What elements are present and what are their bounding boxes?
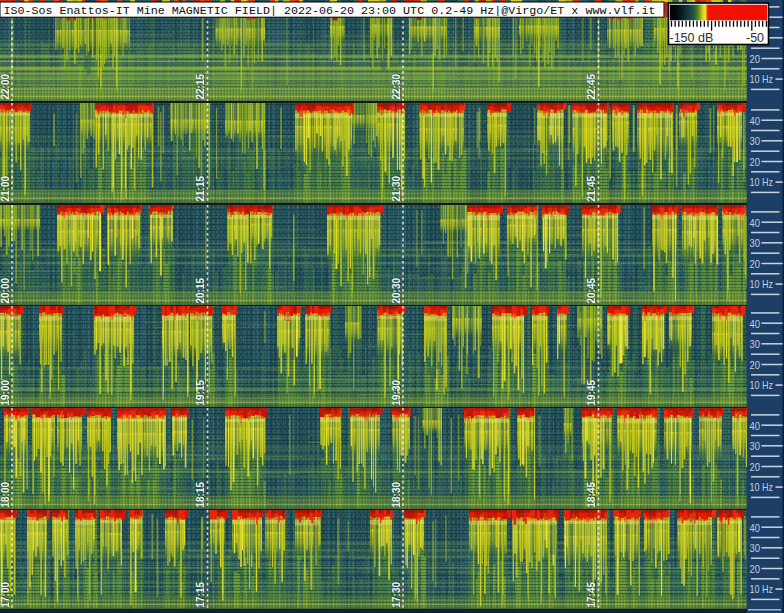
svg-text:10 Hz: 10 Hz: [750, 480, 774, 494]
svg-text:40: 40: [750, 317, 761, 331]
svg-text:10 Hz: 10 Hz: [750, 72, 774, 86]
svg-text:-150 dB: -150 dB: [670, 31, 714, 45]
svg-text:20:45: 20:45: [586, 277, 597, 303]
svg-text:20:00: 20:00: [0, 277, 11, 303]
svg-text:10 Hz: 10 Hz: [750, 277, 774, 291]
svg-text:21:30: 21:30: [391, 175, 402, 201]
svg-text:22:00: 22:00: [0, 73, 11, 99]
svg-text:30: 30: [750, 337, 761, 351]
svg-text:30: 30: [750, 439, 761, 453]
svg-text:21:45: 21:45: [586, 175, 597, 201]
svg-text:40: 40: [750, 114, 761, 128]
svg-text:20: 20: [750, 358, 761, 372]
svg-text:22:15: 22:15: [195, 73, 206, 99]
svg-text:21:15: 21:15: [195, 175, 206, 201]
svg-text:18:00: 18:00: [0, 481, 11, 507]
svg-text:40: 40: [750, 216, 761, 230]
svg-text:17:45: 17:45: [586, 581, 597, 607]
svg-text:20: 20: [750, 460, 761, 474]
svg-text:-50: -50: [746, 31, 764, 45]
svg-text:19:45: 19:45: [586, 379, 597, 405]
svg-text:21:00: 21:00: [0, 175, 11, 201]
svg-text:18:45: 18:45: [586, 481, 597, 507]
svg-text:10 Hz: 10 Hz: [750, 378, 774, 392]
svg-text:IS0-Sos Enattos-IT Mine MAGNET: IS0-Sos Enattos-IT Mine MAGNETIC FIELD| …: [4, 4, 656, 18]
svg-text:17:30: 17:30: [391, 581, 402, 607]
svg-text:19:15: 19:15: [195, 379, 206, 405]
svg-text:17:15: 17:15: [195, 581, 206, 607]
svg-text:40: 40: [750, 419, 761, 433]
svg-text:20: 20: [750, 257, 761, 271]
svg-text:10 Hz: 10 Hz: [750, 175, 774, 189]
svg-text:30: 30: [750, 236, 761, 250]
svg-text:18:15: 18:15: [195, 481, 206, 507]
svg-text:30: 30: [750, 541, 761, 555]
svg-text:17:00: 17:00: [0, 581, 11, 607]
svg-text:20:15: 20:15: [195, 277, 206, 303]
svg-text:18:30: 18:30: [391, 481, 402, 507]
svg-text:20: 20: [750, 52, 761, 66]
svg-text:19:30: 19:30: [391, 379, 402, 405]
svg-text:22:30: 22:30: [391, 73, 402, 99]
svg-text:20: 20: [750, 155, 761, 169]
svg-text:40: 40: [750, 521, 761, 535]
svg-text:10 Hz: 10 Hz: [750, 582, 774, 596]
svg-text:20:30: 20:30: [391, 277, 402, 303]
svg-text:30: 30: [750, 134, 761, 148]
svg-text:20: 20: [750, 562, 761, 576]
svg-text:22:45: 22:45: [586, 73, 597, 99]
svg-text:19:00: 19:00: [0, 379, 11, 405]
